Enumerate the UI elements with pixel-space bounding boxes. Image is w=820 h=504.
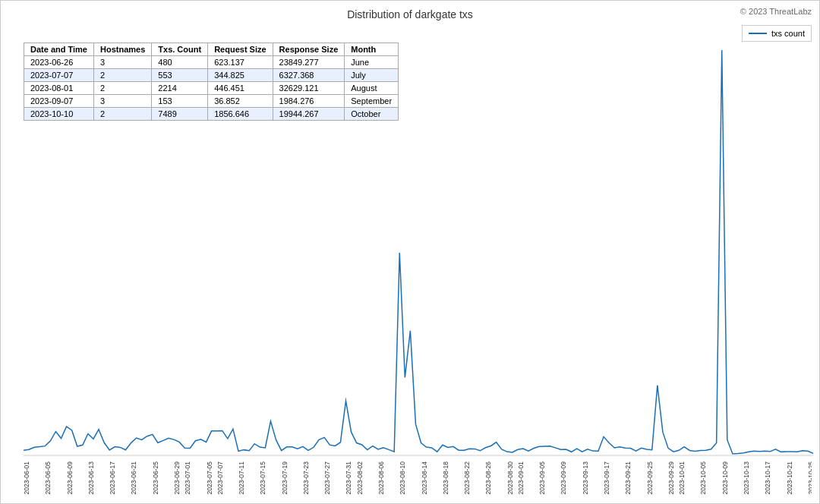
x-label: 2023-07-11 <box>238 461 245 494</box>
x-label: 2023-09-17 <box>604 461 610 494</box>
chart-title: Distribution of darkgate txs <box>1 1 819 20</box>
x-label: 2023-07-19 <box>282 461 289 494</box>
x-label: 2023-08-14 <box>421 461 428 494</box>
x-label: 2023-06-13 <box>88 461 95 494</box>
x-label: 2023-10-17 <box>765 461 771 494</box>
x-label: 2023-07-27 <box>324 461 331 494</box>
x-label: 2023-10-09 <box>722 461 729 494</box>
x-label: 2023-07-15 <box>260 461 266 494</box>
x-label: 2023-07-07 <box>217 461 224 494</box>
x-label: 2023-09-13 <box>582 461 589 494</box>
x-label: 2023-09-25 <box>647 461 654 494</box>
x-label: 2023-07-01 <box>184 461 191 494</box>
x-label: 2023-09-01 <box>518 461 525 494</box>
x-label: 2023-09-21 <box>625 461 632 494</box>
x-label: 2023-06-05 <box>45 461 52 494</box>
x-label: 2023-10-21 <box>787 461 793 494</box>
chart-legend: txs count <box>742 25 812 42</box>
x-label: 2023-09-09 <box>560 461 567 494</box>
x-label: 2023-10-01 <box>679 461 686 494</box>
x-label: 2023-07-23 <box>303 461 310 494</box>
x-label: 2023-10-25 <box>808 461 812 494</box>
x-label: 2023-10-05 <box>700 461 707 494</box>
legend-line-icon <box>749 33 767 34</box>
x-label: 2023-06-09 <box>67 461 74 494</box>
x-label: 2023-08-02 <box>357 461 364 494</box>
x-label: 2023-10-13 <box>743 461 750 494</box>
chart-container: Distribution of darkgate txs © 2023 Thre… <box>0 0 820 504</box>
copyright-text: © 2023 ThreatLabz <box>740 7 812 16</box>
x-label: 2023-08-10 <box>399 461 406 494</box>
x-label: 2023-08-18 <box>443 461 449 494</box>
main-chart <box>24 43 813 463</box>
x-label: 2023-06-21 <box>131 461 137 494</box>
legend-label: txs count <box>771 29 805 38</box>
x-label: 2023-06-25 <box>153 461 159 494</box>
x-label: 2023-08-26 <box>485 461 492 494</box>
x-axis-labels: 2023-06-012023-06-052023-06-092023-06-13… <box>24 461 812 503</box>
x-label: 2023-07-05 <box>207 461 213 494</box>
x-label: 2023-08-30 <box>507 461 514 494</box>
x-label: 2023-07-31 <box>345 461 352 494</box>
x-label: 2023-06-17 <box>109 461 116 494</box>
x-label: 2023-06-01 <box>24 461 30 494</box>
x-label: 2023-09-29 <box>668 461 675 494</box>
x-label: 2023-06-29 <box>174 461 181 494</box>
x-label: 2023-09-05 <box>539 461 546 494</box>
x-label: 2023-08-06 <box>378 461 385 494</box>
x-label: 2023-08-22 <box>464 461 471 494</box>
